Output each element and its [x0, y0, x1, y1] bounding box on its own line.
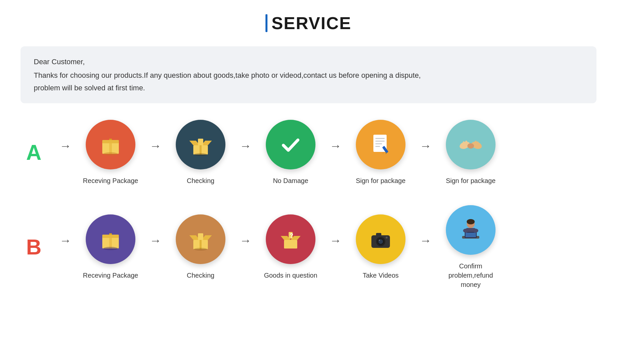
arrow-b3: →	[330, 234, 342, 248]
svg-marker-17	[382, 152, 385, 155]
flow-label-a4: Sign for package	[356, 176, 405, 185]
row-a-label: A	[21, 140, 47, 165]
svg-rect-37	[200, 240, 202, 249]
svg-rect-15	[375, 146, 380, 147]
flow-label-b4: Take Videos	[363, 271, 399, 280]
svg-point-58	[473, 229, 478, 233]
row-b-label: B	[21, 235, 47, 259]
svg-rect-36	[198, 233, 203, 240]
page-title: SERVICE	[271, 13, 351, 33]
sign-doc-icon	[367, 131, 394, 158]
icon-bg-b5	[446, 205, 496, 255]
package-b-icon	[97, 226, 124, 252]
title-bar-accent	[265, 14, 267, 32]
notice-box: Dear Customer, Thanks for choosing our p…	[21, 46, 596, 103]
open-package-b-icon	[187, 226, 214, 252]
handshake-icon	[457, 131, 484, 158]
flow-label-b2: Checking	[187, 271, 214, 280]
svg-rect-3	[109, 139, 112, 140]
icon-bg-b2	[176, 214, 225, 264]
flow-label-b5: Confirm problem,refund money	[438, 261, 504, 289]
icon-bg-a4	[356, 120, 405, 169]
flow-item-b3: ? Goods in question	[258, 214, 324, 280]
notice-line3: problem will be solved at first time.	[34, 82, 583, 94]
svg-rect-56	[465, 233, 476, 237]
svg-point-4	[103, 152, 118, 156]
flow-item-b1: Receving Package	[77, 214, 144, 280]
person-laptop-icon	[457, 217, 484, 243]
flow-item-a4: Sign for package	[348, 120, 414, 185]
icon-bg-a3	[266, 120, 315, 169]
svg-rect-8	[198, 139, 203, 145]
arrow-b1: →	[150, 234, 162, 248]
svg-point-57	[463, 229, 468, 233]
arrow-a2: →	[240, 139, 252, 153]
svg-point-48	[379, 240, 380, 241]
arrow-b0: →	[60, 234, 71, 248]
flow-item-b5: Confirm problem,refund money	[438, 205, 504, 289]
svg-rect-31	[109, 233, 112, 235]
svg-point-38	[194, 248, 207, 250]
arrow-b4: →	[420, 234, 432, 248]
flow-label-b3: Goods in question	[264, 271, 317, 280]
flow-label-a5: Sign for package	[446, 176, 496, 185]
svg-rect-9	[200, 145, 202, 155]
svg-rect-30	[109, 235, 112, 249]
arrow-a3: →	[330, 139, 342, 153]
flow-row-a: A → Receving Package →	[21, 120, 596, 185]
svg-rect-39	[284, 240, 297, 249]
flow-item-a1: Receving Package	[77, 120, 144, 185]
flow-item-a3: No Damage	[258, 120, 324, 185]
camera-icon	[367, 226, 394, 252]
question-box-icon: ?	[277, 226, 304, 252]
icon-bg-a1	[86, 120, 135, 169]
notice-line1: Dear Customer,	[34, 56, 583, 68]
page-title-section: SERVICE	[265, 13, 351, 33]
package-icon	[97, 131, 124, 158]
svg-rect-49	[376, 233, 381, 236]
icon-bg-a5	[446, 120, 496, 169]
flow-row-b: B → Receving Package →	[21, 205, 596, 289]
svg-point-50	[386, 237, 388, 239]
icon-bg-b1	[86, 214, 135, 264]
arrow-b2: →	[240, 234, 252, 248]
checkmark-icon	[277, 131, 304, 158]
flow-item-b2: Checking	[167, 214, 234, 280]
arrow-a4: →	[420, 139, 432, 153]
svg-rect-13	[375, 141, 385, 142]
svg-rect-12	[375, 138, 385, 139]
icon-bg-b4	[356, 214, 405, 264]
flow-item-a2: Checking	[167, 120, 234, 185]
flow-label-a3: No Damage	[273, 176, 308, 185]
arrow-a0: →	[60, 139, 71, 153]
flow-item-b4: Take Videos	[348, 214, 414, 280]
flow-label-a1: Receving Package	[83, 176, 138, 185]
svg-point-10	[194, 153, 207, 156]
flow-item-a5: Sign for package	[438, 120, 504, 185]
notice-line2: Thanks for choosing our products.If any …	[34, 69, 583, 81]
svg-rect-14	[375, 143, 382, 144]
svg-rect-2	[109, 140, 112, 154]
open-package-icon	[187, 131, 214, 158]
flow-label-b1: Receving Package	[83, 271, 138, 280]
flow-section: A → Receving Package →	[21, 120, 596, 289]
icon-bg-a2	[176, 120, 225, 169]
arrow-a1: →	[150, 139, 162, 153]
svg-text:?: ?	[290, 232, 293, 239]
icon-bg-b3: ?	[266, 214, 315, 264]
svg-point-23	[467, 143, 474, 149]
flow-label-a2: Checking	[187, 176, 214, 185]
svg-point-32	[103, 247, 118, 250]
svg-point-52	[467, 219, 475, 224]
